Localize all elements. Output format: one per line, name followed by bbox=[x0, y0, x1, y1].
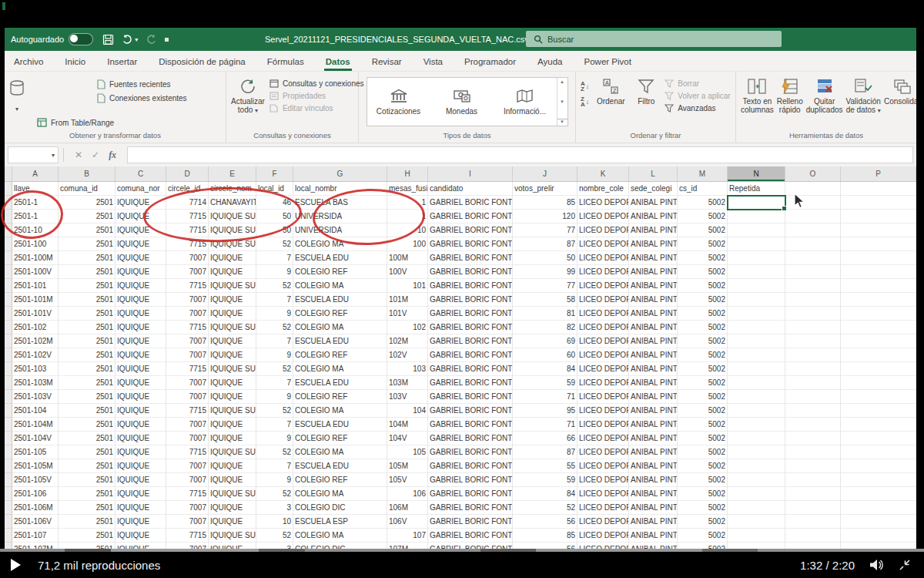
cell[interactable]: 2501-101V bbox=[12, 307, 59, 321]
cell[interactable] bbox=[728, 543, 785, 549]
row-header[interactable] bbox=[5, 459, 12, 473]
cell[interactable]: 5002 bbox=[678, 362, 728, 376]
cell[interactable] bbox=[785, 501, 841, 515]
cell[interactable]: 2501 bbox=[59, 223, 116, 237]
scroll-up-icon[interactable]: ▲ bbox=[560, 79, 564, 84]
cell[interactable]: 2501-103M bbox=[12, 376, 59, 390]
cell[interactable]: IQUIQUE SUR bbox=[209, 321, 256, 334]
cell[interactable]: GABRIEL BORIC FONT bbox=[428, 529, 513, 543]
cell[interactable]: COLEGIO MA bbox=[293, 279, 387, 293]
cell[interactable]: 52 bbox=[256, 279, 293, 293]
cell[interactable]: 2501 bbox=[59, 390, 116, 404]
cell[interactable] bbox=[785, 251, 841, 265]
cell[interactable] bbox=[728, 321, 785, 334]
cell[interactable]: 2501-104 bbox=[12, 404, 59, 418]
cell[interactable]: ANIBAL PINTO bbox=[629, 251, 678, 265]
cell[interactable]: 50 bbox=[513, 251, 578, 265]
cell[interactable] bbox=[785, 543, 841, 549]
cell[interactable] bbox=[841, 529, 916, 543]
cell[interactable]: 7 bbox=[256, 334, 293, 348]
cell[interactable]: GABRIEL BORIC FONT bbox=[428, 334, 513, 348]
column-header-E[interactable]: E bbox=[209, 166, 256, 181]
cell[interactable]: GABRIEL BORIC FONT bbox=[428, 404, 513, 418]
cell[interactable]: 2501-105M bbox=[12, 459, 59, 473]
cell[interactable] bbox=[841, 432, 916, 445]
cell[interactable]: 2501-106M bbox=[12, 501, 59, 515]
cell[interactable]: IQUIQUE bbox=[116, 390, 166, 404]
cell[interactable]: IQUIQUE bbox=[116, 307, 166, 321]
cell[interactable]: 5002 bbox=[678, 210, 728, 223]
cell[interactable]: 7007 bbox=[166, 348, 209, 362]
cell[interactable]: LICEO DEPOR bbox=[578, 473, 629, 487]
column-header-A[interactable]: A bbox=[12, 166, 59, 181]
selected-cell-outline[interactable] bbox=[727, 195, 786, 210]
cell[interactable] bbox=[841, 459, 916, 473]
cell[interactable]: 85 bbox=[513, 529, 578, 543]
cell[interactable]: 5002 bbox=[678, 515, 728, 529]
cell[interactable]: 5002 bbox=[678, 404, 728, 418]
cell[interactable]: 104V bbox=[387, 432, 428, 445]
scroll-more-icon[interactable]: ▼ bbox=[557, 119, 567, 124]
cell[interactable]: IQUIQUE bbox=[209, 543, 256, 549]
cell[interactable]: 2501 bbox=[59, 459, 116, 473]
cell[interactable]: 2501 bbox=[59, 237, 116, 251]
cell[interactable]: ANIBAL PINTO bbox=[629, 348, 678, 362]
queries-connections-button[interactable]: Consultas y conexiones bbox=[270, 79, 364, 88]
cell[interactable]: 2501-107 bbox=[12, 529, 59, 543]
cell[interactable]: LICEO DEPOR bbox=[578, 321, 629, 334]
cell[interactable] bbox=[841, 182, 916, 196]
cell[interactable]: COLEGIO MA bbox=[293, 321, 387, 334]
cell[interactable]: ANIBAL PINTO bbox=[629, 487, 678, 501]
cell[interactable]: 104M bbox=[387, 418, 428, 432]
cell[interactable]: ESCUELA EDU bbox=[293, 334, 387, 348]
cell[interactable]: 5002 bbox=[678, 223, 728, 237]
undo-icon[interactable]: ▾ bbox=[122, 34, 138, 45]
currencies-data-type[interactable]: Monedas bbox=[430, 78, 494, 126]
cell[interactable]: 7715 bbox=[166, 487, 209, 501]
cell[interactable] bbox=[728, 334, 785, 348]
cell[interactable]: IQUIQUE SUR bbox=[209, 362, 256, 376]
cell[interactable] bbox=[841, 223, 916, 237]
cell[interactable] bbox=[785, 487, 841, 501]
cell[interactable] bbox=[841, 265, 916, 279]
cell[interactable] bbox=[785, 334, 841, 348]
cell[interactable] bbox=[841, 543, 916, 549]
cell[interactable]: 56 bbox=[513, 543, 578, 549]
cell[interactable]: 2501 bbox=[59, 404, 116, 418]
row-header[interactable] bbox=[5, 445, 12, 459]
cell[interactable] bbox=[785, 237, 841, 251]
cell[interactable]: 66 bbox=[513, 432, 578, 445]
cell[interactable]: 2501-101M bbox=[12, 293, 59, 307]
column-header-L[interactable]: L bbox=[629, 166, 678, 181]
play-button[interactable] bbox=[11, 559, 21, 571]
cell[interactable]: 84 bbox=[513, 487, 578, 501]
cell[interactable]: 5002 bbox=[678, 459, 728, 473]
row-header[interactable] bbox=[5, 418, 12, 432]
cell[interactable] bbox=[841, 445, 916, 459]
cell[interactable]: 59 bbox=[513, 473, 578, 487]
cell[interactable]: ESCUELA ESP bbox=[293, 515, 387, 529]
cell[interactable]: 5002 bbox=[678, 473, 728, 487]
cell[interactable]: 2501 bbox=[59, 321, 116, 334]
cell[interactable]: GABRIEL BORIC FONT bbox=[428, 321, 513, 334]
cell[interactable]: IQUIQUE bbox=[116, 543, 166, 549]
cell[interactable]: IQUIQUE bbox=[209, 334, 256, 348]
cell[interactable]: GABRIEL BORIC FONT bbox=[428, 445, 513, 459]
cell[interactable]: 2501-100 bbox=[12, 237, 59, 251]
cell[interactable]: 7007 bbox=[166, 293, 209, 307]
cell[interactable]: 2501 bbox=[59, 279, 116, 293]
cell[interactable]: 120 bbox=[513, 210, 578, 223]
cell[interactable]: GABRIEL BORIC FONT bbox=[428, 473, 513, 487]
cell[interactable]: 52 bbox=[256, 487, 293, 501]
cell[interactable]: ESCUELA EDU bbox=[293, 459, 387, 473]
cell[interactable]: 2501 bbox=[59, 376, 116, 390]
cell[interactable]: COLEGIO MA bbox=[293, 404, 387, 418]
cell[interactable]: 2501-100M bbox=[12, 251, 59, 265]
cell[interactable]: 2501 bbox=[59, 501, 116, 515]
cell[interactable]: ANIBAL PINTO bbox=[629, 404, 678, 418]
cell[interactable] bbox=[785, 307, 841, 321]
cell[interactable] bbox=[841, 418, 916, 432]
cell[interactable]: 5002 bbox=[678, 529, 728, 543]
document-title[interactable]: Servel_20211121_PRESIDENCIALES_SEGUNDA_V… bbox=[265, 28, 534, 51]
cell[interactable]: COLEGIO MA bbox=[293, 362, 387, 376]
